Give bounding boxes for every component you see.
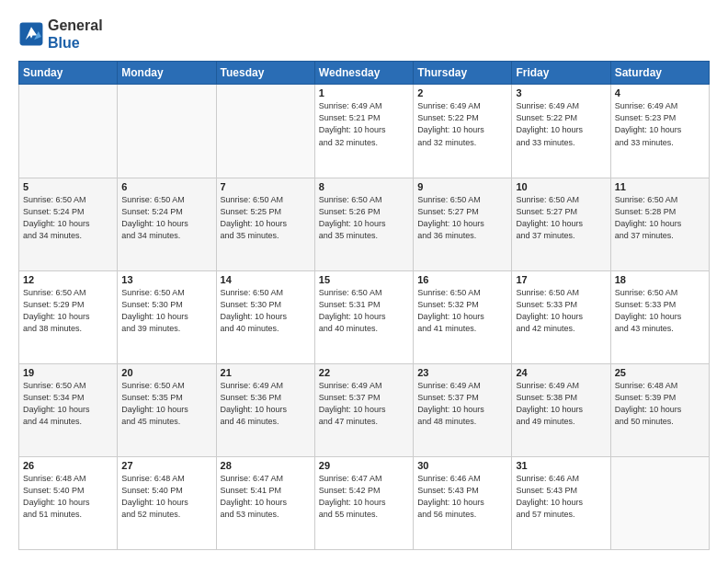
day-info: Sunrise: 6:50 AM Sunset: 5:26 PM Dayligh… [319,194,409,242]
calendar-cell: 30Sunrise: 6:46 AM Sunset: 5:43 PM Dayli… [414,456,512,549]
day-number: 31 [516,460,606,471]
day-number: 4 [615,87,705,98]
calendar-cell: 25Sunrise: 6:48 AM Sunset: 5:39 PM Dayli… [610,363,709,456]
weekday-header-wednesday: Wednesday [314,62,413,85]
day-number: 10 [516,181,606,192]
calendar-cell: 18Sunrise: 6:50 AM Sunset: 5:33 PM Dayli… [610,270,709,363]
day-info: Sunrise: 6:48 AM Sunset: 5:40 PM Dayligh… [23,473,113,521]
day-number: 7 [221,181,311,192]
day-info: Sunrise: 6:50 AM Sunset: 5:27 PM Dayligh… [516,194,606,242]
day-number: 25 [615,367,705,378]
week-row-5: 26Sunrise: 6:48 AM Sunset: 5:40 PM Dayli… [19,456,710,549]
day-info: Sunrise: 6:49 AM Sunset: 5:22 PM Dayligh… [417,100,507,148]
day-info: Sunrise: 6:50 AM Sunset: 5:28 PM Dayligh… [615,194,705,242]
weekday-header-thursday: Thursday [414,62,512,85]
calendar-cell: 12Sunrise: 6:50 AM Sunset: 5:29 PM Dayli… [19,270,118,363]
logo: General Blue [18,17,103,52]
calendar-cell: 10Sunrise: 6:50 AM Sunset: 5:27 PM Dayli… [512,178,610,270]
day-number: 18 [615,274,705,285]
calendar-cell [610,456,709,549]
page: General Blue SundayMondayTuesdayWednesda… [0,0,728,563]
day-number: 15 [319,274,409,285]
day-number: 23 [417,367,507,378]
calendar-cell: 16Sunrise: 6:50 AM Sunset: 5:32 PM Dayli… [414,270,512,363]
day-number: 20 [121,367,211,378]
day-info: Sunrise: 6:49 AM Sunset: 5:36 PM Dayligh… [221,380,311,428]
calendar-cell: 29Sunrise: 6:47 AM Sunset: 5:42 PM Dayli… [314,456,413,549]
calendar-cell: 2Sunrise: 6:49 AM Sunset: 5:22 PM Daylig… [414,85,512,178]
calendar-cell: 6Sunrise: 6:50 AM Sunset: 5:24 PM Daylig… [118,178,216,270]
day-info: Sunrise: 6:46 AM Sunset: 5:43 PM Dayligh… [516,473,606,521]
day-info: Sunrise: 6:50 AM Sunset: 5:34 PM Dayligh… [23,380,113,428]
day-info: Sunrise: 6:49 AM Sunset: 5:22 PM Dayligh… [516,100,606,148]
day-number: 28 [221,460,311,471]
calendar-cell: 17Sunrise: 6:50 AM Sunset: 5:33 PM Dayli… [512,270,610,363]
day-number: 27 [121,460,211,471]
day-number: 12 [23,274,113,285]
calendar-cell: 8Sunrise: 6:50 AM Sunset: 5:26 PM Daylig… [314,178,413,270]
weekday-header-tuesday: Tuesday [216,62,314,85]
day-info: Sunrise: 6:50 AM Sunset: 5:35 PM Dayligh… [121,380,211,428]
logo-icon [18,21,44,47]
day-info: Sunrise: 6:47 AM Sunset: 5:41 PM Dayligh… [221,473,311,521]
day-info: Sunrise: 6:47 AM Sunset: 5:42 PM Dayligh… [319,473,409,521]
weekday-header-saturday: Saturday [610,62,709,85]
day-info: Sunrise: 6:50 AM Sunset: 5:32 PM Dayligh… [417,287,507,335]
weekday-header-row: SundayMondayTuesdayWednesdayThursdayFrid… [19,62,710,85]
day-number: 26 [23,460,113,471]
day-number: 6 [121,181,211,192]
calendar-cell: 31Sunrise: 6:46 AM Sunset: 5:43 PM Dayli… [512,456,610,549]
calendar-cell: 3Sunrise: 6:49 AM Sunset: 5:22 PM Daylig… [512,85,610,178]
day-number: 16 [417,274,507,285]
calendar-cell: 22Sunrise: 6:49 AM Sunset: 5:37 PM Dayli… [314,363,413,456]
day-number: 13 [121,274,211,285]
day-number: 22 [319,367,409,378]
day-info: Sunrise: 6:50 AM Sunset: 5:31 PM Dayligh… [319,287,409,335]
calendar-cell: 15Sunrise: 6:50 AM Sunset: 5:31 PM Dayli… [314,270,413,363]
day-info: Sunrise: 6:48 AM Sunset: 5:40 PM Dayligh… [121,473,211,521]
calendar-cell: 21Sunrise: 6:49 AM Sunset: 5:36 PM Dayli… [216,363,314,456]
day-info: Sunrise: 6:49 AM Sunset: 5:37 PM Dayligh… [319,380,409,428]
day-info: Sunrise: 6:50 AM Sunset: 5:27 PM Dayligh… [417,194,507,242]
day-number: 14 [221,274,311,285]
calendar-table: SundayMondayTuesdayWednesdayThursdayFrid… [18,61,710,550]
calendar-cell [216,85,314,178]
header: General Blue [18,17,710,52]
day-info: Sunrise: 6:50 AM Sunset: 5:33 PM Dayligh… [615,287,705,335]
day-number: 21 [221,367,311,378]
week-row-1: 1Sunrise: 6:49 AM Sunset: 5:21 PM Daylig… [19,85,710,178]
calendar-cell: 23Sunrise: 6:49 AM Sunset: 5:37 PM Dayli… [414,363,512,456]
day-info: Sunrise: 6:49 AM Sunset: 5:21 PM Dayligh… [319,100,409,148]
day-info: Sunrise: 6:48 AM Sunset: 5:39 PM Dayligh… [615,380,705,428]
day-number: 1 [319,87,409,98]
day-number: 2 [417,87,507,98]
calendar-cell: 19Sunrise: 6:50 AM Sunset: 5:34 PM Dayli… [19,363,118,456]
day-info: Sunrise: 6:49 AM Sunset: 5:23 PM Dayligh… [615,100,705,148]
weekday-header-sunday: Sunday [19,62,118,85]
calendar-cell [118,85,216,178]
calendar-cell: 9Sunrise: 6:50 AM Sunset: 5:27 PM Daylig… [414,178,512,270]
day-number: 19 [23,367,113,378]
weekday-header-friday: Friday [512,62,610,85]
day-info: Sunrise: 6:50 AM Sunset: 5:30 PM Dayligh… [121,287,211,335]
calendar-cell: 7Sunrise: 6:50 AM Sunset: 5:25 PM Daylig… [216,178,314,270]
calendar-cell [19,85,118,178]
calendar-cell: 26Sunrise: 6:48 AM Sunset: 5:40 PM Dayli… [19,456,118,549]
day-info: Sunrise: 6:50 AM Sunset: 5:25 PM Dayligh… [221,194,311,242]
week-row-2: 5Sunrise: 6:50 AM Sunset: 5:24 PM Daylig… [19,178,710,270]
day-number: 3 [516,87,606,98]
day-info: Sunrise: 6:50 AM Sunset: 5:30 PM Dayligh… [221,287,311,335]
day-info: Sunrise: 6:49 AM Sunset: 5:37 PM Dayligh… [417,380,507,428]
week-row-4: 19Sunrise: 6:50 AM Sunset: 5:34 PM Dayli… [19,363,710,456]
calendar-cell: 5Sunrise: 6:50 AM Sunset: 5:24 PM Daylig… [19,178,118,270]
day-number: 17 [516,274,606,285]
day-number: 24 [516,367,606,378]
calendar-cell: 27Sunrise: 6:48 AM Sunset: 5:40 PM Dayli… [118,456,216,549]
day-number: 29 [319,460,409,471]
day-number: 9 [417,181,507,192]
day-number: 5 [23,181,113,192]
week-row-3: 12Sunrise: 6:50 AM Sunset: 5:29 PM Dayli… [19,270,710,363]
calendar-cell: 20Sunrise: 6:50 AM Sunset: 5:35 PM Dayli… [118,363,216,456]
calendar-cell: 24Sunrise: 6:49 AM Sunset: 5:38 PM Dayli… [512,363,610,456]
calendar-cell: 11Sunrise: 6:50 AM Sunset: 5:28 PM Dayli… [610,178,709,270]
